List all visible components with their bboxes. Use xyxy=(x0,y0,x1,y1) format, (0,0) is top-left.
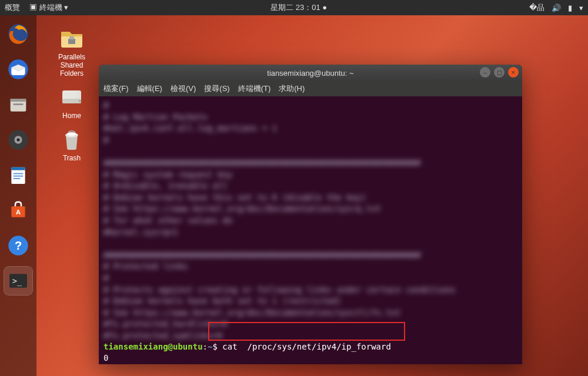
svg-rect-11 xyxy=(14,176,24,177)
desktop-icon-parallels-shared-folders[interactable]: Parallels Shared Folders xyxy=(47,24,96,78)
dock-files[interactable] xyxy=(4,90,32,119)
svg-rect-20 xyxy=(69,36,74,39)
network-indicator-icon[interactable]: �品 xyxy=(529,2,544,13)
dock-firefox[interactable] xyxy=(4,20,32,48)
maximize-button[interactable]: ◻ xyxy=(494,67,505,78)
trash-icon xyxy=(58,125,86,153)
menu-search[interactable]: 搜尋(S) xyxy=(204,83,229,94)
desktop-icon-label: Trash xyxy=(63,154,81,162)
svg-rect-22 xyxy=(62,99,81,103)
desktop-icon-trash[interactable]: Trash xyxy=(47,125,96,162)
terminal-icon: ▣ xyxy=(29,3,37,12)
svg-rect-9 xyxy=(11,167,25,170)
terminal-line-command1: tiansemixiang@ubuntu:~$ cat /proc/sys/ne… xyxy=(103,341,517,352)
terminal-window: tiansemixiang@ubuntu: ~ – ◻ × 檔案(F) 編輯(E… xyxy=(99,65,522,364)
dock-rhythmbox[interactable] xyxy=(4,126,32,154)
app-menu-label: 終端機 ▾ xyxy=(39,3,69,12)
titlebar[interactable]: tiansemixiang@ubuntu: ~ – ◻ × xyxy=(99,65,522,81)
terminal-scrollback-blurred: # # Log Martian Packets #net.ipv4.conf.a… xyxy=(103,100,517,341)
desktop-icons: Parallels Shared Folders Home Trash xyxy=(47,24,96,162)
menu-view[interactable]: 檢視(V) xyxy=(171,83,196,94)
svg-text:?: ? xyxy=(15,239,22,252)
top-panel: 概覽 ▣ 終端機 ▾ 星期二 23：01 ● �品 🔊 ▮ ▾ xyxy=(0,0,588,15)
volume-indicator-icon[interactable]: 🔊 xyxy=(552,4,561,12)
svg-text:A: A xyxy=(16,208,21,216)
terminal-area[interactable]: # # Log Martian Packets #net.ipv4.conf.a… xyxy=(99,96,522,364)
dock: A ? >_ xyxy=(0,15,36,376)
activities-button[interactable]: 概覽 xyxy=(5,2,20,13)
menu-terminal[interactable]: 終端機(T) xyxy=(238,83,271,94)
menubar: 檔案(F) 編輯(E) 檢視(V) 搜尋(S) 終端機(T) 求助(H) xyxy=(99,81,522,96)
menu-edit[interactable]: 編輯(E) xyxy=(137,83,162,94)
window-title: tiansemixiang@ubuntu: ~ xyxy=(267,69,353,78)
clock[interactable]: 星期二 23：01 ● xyxy=(270,3,327,12)
svg-rect-4 xyxy=(14,103,24,105)
close-button[interactable]: × xyxy=(508,67,519,78)
desktop-icon-home[interactable]: Home xyxy=(47,82,96,120)
menu-file[interactable]: 檔案(F) xyxy=(103,83,129,94)
command-text: cat /proc/sys/net/ipv4/ip_forward xyxy=(222,342,391,351)
system-menu-icon[interactable]: ▾ xyxy=(579,4,583,12)
dock-thunderbird[interactable] xyxy=(4,55,32,83)
dock-help[interactable]: ? xyxy=(4,231,32,260)
folder-remote-icon xyxy=(58,24,86,52)
desktop-icon-label: Parallels Shared Folders xyxy=(58,53,85,78)
minimize-button[interactable]: – xyxy=(480,67,490,78)
svg-rect-3 xyxy=(11,99,26,102)
dock-software[interactable]: A xyxy=(4,196,32,224)
menu-help[interactable]: 求助(H) xyxy=(279,83,305,94)
svg-text:>_: >_ xyxy=(12,277,22,286)
dock-writer[interactable] xyxy=(4,161,32,189)
battery-indicator-icon[interactable]: ▮ xyxy=(568,4,572,12)
desktop-icon-label: Home xyxy=(62,112,81,120)
drive-icon xyxy=(58,82,86,110)
app-menu[interactable]: ▣ 終端機 ▾ xyxy=(29,2,68,13)
svg-rect-19 xyxy=(68,39,75,44)
terminal-line-prompt2: tiansemixiang@ubuntu:~$ xyxy=(103,364,517,364)
svg-point-23 xyxy=(79,100,81,102)
terminal-output1: 0 xyxy=(103,352,517,364)
svg-point-7 xyxy=(17,139,20,142)
dock-terminal[interactable]: >_ xyxy=(4,267,32,295)
svg-rect-12 xyxy=(14,178,21,179)
svg-rect-10 xyxy=(14,173,24,174)
